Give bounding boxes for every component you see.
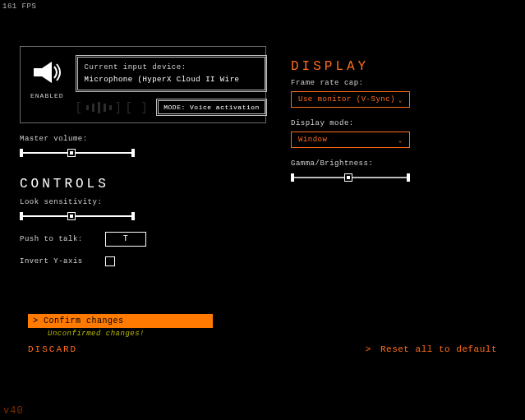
gamma-label: Gamma/Brightness:: [291, 159, 505, 168]
voice-enabled-toggle[interactable]: ENABLED: [30, 55, 64, 99]
display-mode-value: Window: [298, 136, 327, 144]
controls-heading: CONTROLS: [20, 177, 266, 192]
reset-all-button[interactable]: > Reset all to default: [366, 344, 497, 354]
push-to-talk-keybind[interactable]: T: [105, 232, 146, 247]
reset-all-label: Reset all to default: [380, 344, 497, 354]
discard-button[interactable]: DISCARD: [28, 344, 77, 354]
push-to-talk-field: Push to talk: T: [20, 232, 266, 247]
caret-right-icon: >: [366, 344, 371, 354]
frame-rate-cap-label: Frame rate cap:: [291, 79, 505, 87]
invert-y-label: Invert Y-axis: [20, 257, 95, 265]
display-mode-label: Display mode:: [291, 119, 505, 127]
build-version: v40: [3, 405, 24, 417]
display-heading: DISPLAY: [291, 59, 505, 74]
svg-marker-0: [34, 62, 52, 83]
input-device-select[interactable]: Current input device: Microphone (HyperX…: [76, 55, 267, 92]
master-volume-label: Master volume:: [20, 135, 266, 143]
look-sensitivity-setting: Look sensitivity:: [20, 198, 266, 222]
unconfirmed-changes-warning: Unconfirmed changes!: [48, 330, 497, 338]
chevron-down-icon: ⌄: [398, 96, 403, 104]
confirm-changes-label: Confirm changes: [44, 316, 124, 325]
master-volume-setting: Master volume:: [20, 135, 266, 159]
voice-mode-select[interactable]: MODE: Voice activation: [156, 99, 267, 116]
invert-y-field: Invert Y-axis: [20, 256, 266, 266]
voice-enabled-label: ENABLED: [30, 92, 64, 99]
caret-right-icon: >: [33, 316, 44, 325]
input-device-name: Microphone (HyperX Cloud II Wire: [85, 75, 258, 85]
gamma-slider[interactable]: [291, 172, 410, 183]
input-level-meter: [ ] []: [76, 101, 149, 114]
fps-counter: 161 FPS: [2, 2, 36, 11]
chevron-down-icon: ⌄: [398, 136, 403, 144]
frame-rate-cap-value: Use monitor (V-Sync): [298, 95, 395, 104]
push-to-talk-label: Push to talk:: [20, 235, 95, 243]
input-device-label: Current input device:: [85, 62, 258, 73]
master-volume-slider[interactable]: [20, 147, 135, 159]
display-mode-select[interactable]: Window ⌄: [291, 132, 410, 148]
look-sensitivity-label: Look sensitivity:: [20, 198, 266, 206]
invert-y-checkbox[interactable]: [105, 256, 115, 266]
audio-input-panel: ENABLED Current input device: Microphone…: [20, 46, 266, 123]
megaphone-icon: [30, 60, 63, 85]
frame-rate-cap-select[interactable]: Use monitor (V-Sync) ⌄: [291, 91, 410, 108]
look-sensitivity-slider[interactable]: [20, 210, 135, 222]
confirm-changes-button[interactable]: > Confirm changes: [28, 314, 213, 328]
